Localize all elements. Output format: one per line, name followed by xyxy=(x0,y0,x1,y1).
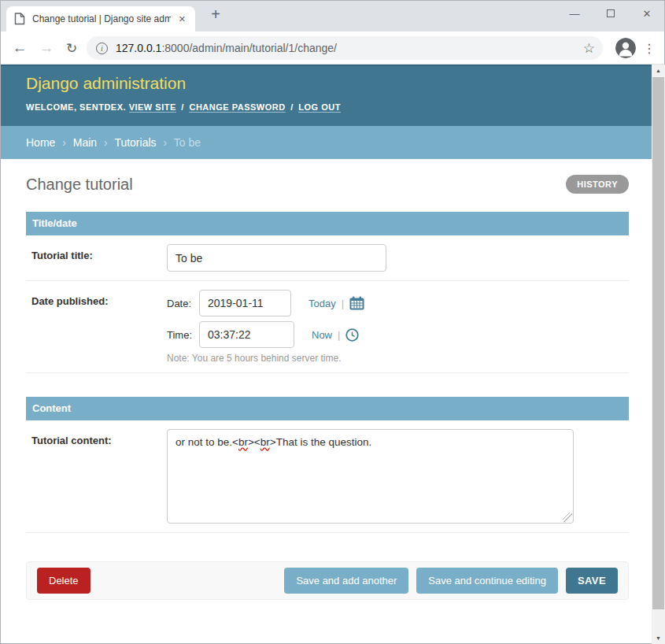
username: SENTDEX. xyxy=(79,102,126,112)
tab-close-icon[interactable]: ✕ xyxy=(177,13,187,26)
tutorial-content-textarea[interactable]: or not to be.<br><br>That is the questio… xyxy=(167,429,574,524)
tutorial-content-row: Tutorial content: or not to be.<br><br>T… xyxy=(26,420,629,533)
today-link[interactable]: Today xyxy=(308,298,336,309)
site-title[interactable]: Django administration xyxy=(26,74,186,93)
main-content: Change tutorial HISTORY Title/date Tutor… xyxy=(0,159,652,644)
content-text-misspelled: br xyxy=(238,436,248,448)
browser-tab[interactable]: Change tutorial | Django site adm ✕ xyxy=(6,6,195,31)
browser-titlebar: Change tutorial | Django site adm ✕ + — … xyxy=(0,0,665,31)
reload-icon[interactable]: ↻ xyxy=(60,31,83,65)
breadcrumb-separator: › xyxy=(62,136,66,149)
url-host: 127.0.0.1 xyxy=(116,42,161,54)
url-path: :8000/admin/main/tutorial/1/change/ xyxy=(161,42,337,54)
breadcrumb: Home › Main › Tutorials › To be xyxy=(0,126,652,159)
window-controls: — ✕ xyxy=(556,0,665,27)
breadcrumb-current: To be xyxy=(174,136,201,149)
title-date-module: Title/date Tutorial title: Date publishe… xyxy=(26,212,629,373)
separator: / xyxy=(181,102,184,112)
date-published-label: Date published: xyxy=(26,290,167,364)
browser-menu-icon[interactable]: ⋮ xyxy=(640,31,659,65)
scroll-up-icon[interactable]: ▲ xyxy=(652,65,665,76)
breadcrumb-main[interactable]: Main xyxy=(73,136,97,149)
tutorial-title-label: Tutorial title: xyxy=(26,244,167,272)
forward-icon[interactable]: → xyxy=(35,31,58,65)
time-label: Time: xyxy=(167,329,199,341)
tutorial-title-input[interactable] xyxy=(167,244,386,272)
content-text: or not to be.< xyxy=(175,436,238,448)
log-out-link[interactable]: LOG OUT xyxy=(298,102,341,113)
module-header-content: Content xyxy=(26,397,629,420)
back-icon[interactable]: ← xyxy=(8,31,31,65)
url-bar[interactable]: i 127.0.0.1:8000/admin/main/tutorial/1/c… xyxy=(87,36,603,60)
tab-title: Change tutorial | Django site adm xyxy=(32,13,171,24)
vertical-scrollbar[interactable]: ▲ ▼ xyxy=(652,65,665,644)
divider: | xyxy=(342,298,344,309)
divider: | xyxy=(338,329,340,341)
save-continue-button[interactable]: Save and continue editing xyxy=(416,568,558,594)
profile-avatar[interactable] xyxy=(615,38,636,58)
now-link[interactable]: Now xyxy=(312,329,332,341)
content-module: Content Tutorial content: or not to be.<… xyxy=(26,397,629,533)
content-text: >< xyxy=(248,436,260,448)
breadcrumb-home[interactable]: Home xyxy=(26,136,55,149)
breadcrumb-separator: › xyxy=(163,136,167,149)
calendar-icon[interactable] xyxy=(349,296,364,310)
tutorial-title-row: Tutorial title: xyxy=(26,235,629,281)
timezone-note: Note: You are 5 hours behind server time… xyxy=(167,353,364,364)
date-label: Date: xyxy=(167,298,199,309)
time-input[interactable] xyxy=(199,321,294,348)
date-input[interactable] xyxy=(199,290,291,316)
submit-row: Delete Save and add another Save and con… xyxy=(26,561,629,600)
module-header-title-date: Title/date xyxy=(26,212,629,235)
maximize-button[interactable] xyxy=(593,0,629,27)
new-tab-button[interactable]: + xyxy=(205,3,227,25)
scroll-down-icon[interactable]: ▼ xyxy=(652,632,665,644)
change-password-link[interactable]: CHANGE PASSWORD xyxy=(189,102,285,113)
user-tools: WELCOME, SENTDEX. VIEW SITE / CHANGE PAS… xyxy=(26,102,341,112)
minimize-button[interactable]: — xyxy=(556,0,593,27)
content-text: >That is the question. xyxy=(270,436,371,448)
page-info-icon[interactable]: i xyxy=(96,43,108,54)
browser-toolbar: ← → ↻ i 127.0.0.1:8000/admin/main/tutori… xyxy=(0,31,665,65)
content-text-misspelled: br xyxy=(260,436,270,448)
close-button[interactable]: ✕ xyxy=(629,0,665,27)
view-site-link[interactable]: VIEW SITE xyxy=(129,102,176,113)
separator: / xyxy=(290,102,294,112)
page-favicon-icon xyxy=(14,13,25,25)
scrollbar-thumb[interactable] xyxy=(652,77,664,609)
page-title: Change tutorial xyxy=(26,176,133,194)
save-button[interactable]: SAVE xyxy=(566,568,618,594)
url-text: 127.0.0.1:8000/admin/main/tutorial/1/cha… xyxy=(116,42,337,54)
welcome-text: WELCOME, xyxy=(26,102,77,112)
bookmark-star-icon[interactable]: ☆ xyxy=(583,40,595,57)
date-published-row: Date published: Date: Today | xyxy=(26,281,629,373)
breadcrumb-separator: › xyxy=(104,136,108,149)
delete-button[interactable]: Delete xyxy=(37,568,91,594)
clock-icon[interactable] xyxy=(345,328,359,342)
textarea-resize-handle[interactable] xyxy=(563,513,572,522)
save-add-another-button[interactable]: Save and add another xyxy=(284,568,408,594)
tutorial-content-label: Tutorial content: xyxy=(26,429,167,524)
history-button[interactable]: HISTORY xyxy=(566,175,629,194)
breadcrumb-tutorials[interactable]: Tutorials xyxy=(114,136,156,149)
admin-header: Django administration WELCOME, SENTDEX. … xyxy=(0,65,652,126)
maximize-icon xyxy=(607,9,615,17)
